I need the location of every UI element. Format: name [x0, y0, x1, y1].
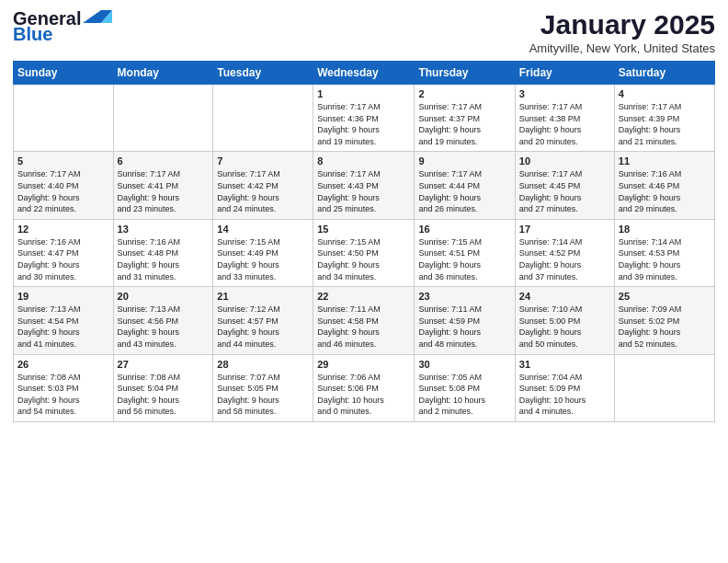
- day-number: 13: [118, 224, 210, 235]
- calendar-day-23: 23Sunrise: 7:11 AMSunset: 4:59 PMDayligh…: [415, 287, 515, 354]
- day-number: 14: [217, 224, 309, 235]
- day-of-week-monday: Monday: [113, 62, 213, 85]
- day-of-week-friday: Friday: [515, 62, 614, 85]
- day-number: 25: [619, 291, 711, 302]
- day-number: 1: [317, 88, 410, 99]
- month-title: January 2025: [529, 9, 715, 40]
- day-number: 15: [317, 224, 410, 235]
- calendar-week-5: 26Sunrise: 7:08 AMSunset: 5:03 PMDayligh…: [14, 354, 715, 421]
- day-number: 18: [619, 224, 711, 235]
- day-number: 17: [519, 224, 610, 235]
- day-number: 20: [118, 291, 210, 302]
- calendar-week-2: 5Sunrise: 7:17 AMSunset: 4:40 PMDaylight…: [14, 152, 715, 219]
- day-info: Sunrise: 7:13 AMSunset: 4:56 PMDaylight:…: [118, 304, 210, 350]
- day-info: Sunrise: 7:10 AMSunset: 5:00 PMDaylight:…: [519, 304, 610, 350]
- calendar-day-4: 4Sunrise: 7:17 AMSunset: 4:39 PMDaylight…: [614, 85, 714, 152]
- day-of-week-tuesday: Tuesday: [213, 62, 313, 85]
- calendar-day-15: 15Sunrise: 7:15 AMSunset: 4:50 PMDayligh…: [313, 219, 415, 286]
- day-of-week-thursday: Thursday: [415, 62, 515, 85]
- calendar-day-1: 1Sunrise: 7:17 AMSunset: 4:36 PMDaylight…: [313, 85, 415, 152]
- calendar: SundayMondayTuesdayWednesdayThursdayFrid…: [13, 61, 715, 422]
- calendar-header-row: SundayMondayTuesdayWednesdayThursdayFrid…: [14, 62, 715, 85]
- calendar-day-10: 10Sunrise: 7:17 AMSunset: 4:45 PMDayligh…: [515, 152, 614, 219]
- calendar-day-7: 7Sunrise: 7:17 AMSunset: 4:42 PMDaylight…: [213, 152, 313, 219]
- day-info: Sunrise: 7:16 AMSunset: 4:47 PMDaylight:…: [17, 236, 109, 282]
- calendar-day-20: 20Sunrise: 7:13 AMSunset: 4:56 PMDayligh…: [113, 287, 213, 354]
- day-info: Sunrise: 7:06 AMSunset: 5:06 PMDaylight:…: [317, 372, 410, 418]
- day-info: Sunrise: 7:13 AMSunset: 4:54 PMDaylight:…: [17, 304, 109, 350]
- day-info: Sunrise: 7:08 AMSunset: 5:03 PMDaylight:…: [17, 372, 109, 418]
- day-of-week-sunday: Sunday: [14, 62, 114, 85]
- calendar-day-19: 19Sunrise: 7:13 AMSunset: 4:54 PMDayligh…: [14, 287, 114, 354]
- logo-blue: Blue: [13, 24, 52, 45]
- calendar-day-24: 24Sunrise: 7:10 AMSunset: 5:00 PMDayligh…: [515, 287, 614, 354]
- day-info: Sunrise: 7:17 AMSunset: 4:45 PMDaylight:…: [519, 168, 610, 214]
- day-info: Sunrise: 7:08 AMSunset: 5:04 PMDaylight:…: [118, 372, 210, 418]
- day-number: 19: [17, 291, 109, 302]
- logo: General Blue: [13, 9, 112, 45]
- day-info: Sunrise: 7:15 AMSunset: 4:49 PMDaylight:…: [217, 236, 309, 282]
- day-number: 29: [317, 359, 410, 370]
- day-of-week-saturday: Saturday: [614, 62, 714, 85]
- day-number: 4: [619, 88, 711, 99]
- day-info: Sunrise: 7:17 AMSunset: 4:44 PMDaylight:…: [418, 168, 510, 214]
- calendar-empty-cell: [113, 85, 213, 152]
- day-info: Sunrise: 7:17 AMSunset: 4:39 PMDaylight:…: [619, 101, 711, 147]
- day-info: Sunrise: 7:11 AMSunset: 4:59 PMDaylight:…: [418, 304, 510, 350]
- day-info: Sunrise: 7:12 AMSunset: 4:57 PMDaylight:…: [217, 304, 309, 350]
- calendar-day-13: 13Sunrise: 7:16 AMSunset: 4:48 PMDayligh…: [113, 219, 213, 286]
- calendar-day-3: 3Sunrise: 7:17 AMSunset: 4:38 PMDaylight…: [515, 85, 614, 152]
- logo-icon: [83, 6, 112, 25]
- calendar-week-1: 1Sunrise: 7:17 AMSunset: 4:36 PMDaylight…: [14, 85, 715, 152]
- calendar-day-31: 31Sunrise: 7:04 AMSunset: 5:09 PMDayligh…: [515, 354, 614, 421]
- day-of-week-wednesday: Wednesday: [313, 62, 415, 85]
- day-number: 30: [418, 359, 510, 370]
- day-info: Sunrise: 7:14 AMSunset: 4:52 PMDaylight:…: [519, 236, 610, 282]
- day-info: Sunrise: 7:17 AMSunset: 4:37 PMDaylight:…: [418, 101, 510, 147]
- calendar-day-8: 8Sunrise: 7:17 AMSunset: 4:43 PMDaylight…: [313, 152, 415, 219]
- day-info: Sunrise: 7:17 AMSunset: 4:40 PMDaylight:…: [17, 168, 109, 214]
- calendar-day-26: 26Sunrise: 7:08 AMSunset: 5:03 PMDayligh…: [14, 354, 114, 421]
- day-info: Sunrise: 7:11 AMSunset: 4:58 PMDaylight:…: [317, 304, 410, 350]
- calendar-empty-cell: [614, 354, 714, 421]
- calendar-day-29: 29Sunrise: 7:06 AMSunset: 5:06 PMDayligh…: [313, 354, 415, 421]
- day-number: 12: [17, 224, 109, 235]
- day-number: 26: [17, 359, 109, 370]
- day-info: Sunrise: 7:17 AMSunset: 4:42 PMDaylight:…: [217, 168, 309, 214]
- calendar-day-6: 6Sunrise: 7:17 AMSunset: 4:41 PMDaylight…: [113, 152, 213, 219]
- calendar-day-2: 2Sunrise: 7:17 AMSunset: 4:37 PMDaylight…: [415, 85, 515, 152]
- calendar-day-17: 17Sunrise: 7:14 AMSunset: 4:52 PMDayligh…: [515, 219, 614, 286]
- day-info: Sunrise: 7:17 AMSunset: 4:38 PMDaylight:…: [519, 101, 610, 147]
- day-number: 3: [519, 88, 610, 99]
- day-info: Sunrise: 7:09 AMSunset: 5:02 PMDaylight:…: [619, 304, 711, 350]
- day-number: 6: [118, 155, 210, 167]
- calendar-day-12: 12Sunrise: 7:16 AMSunset: 4:47 PMDayligh…: [14, 219, 114, 286]
- calendar-day-14: 14Sunrise: 7:15 AMSunset: 4:49 PMDayligh…: [213, 219, 313, 286]
- day-number: 7: [217, 155, 309, 167]
- day-number: 24: [519, 291, 610, 302]
- day-info: Sunrise: 7:17 AMSunset: 4:36 PMDaylight:…: [317, 101, 410, 147]
- day-number: 28: [217, 359, 309, 370]
- day-number: 21: [217, 291, 309, 302]
- day-info: Sunrise: 7:04 AMSunset: 5:09 PMDaylight:…: [519, 372, 610, 418]
- calendar-week-3: 12Sunrise: 7:16 AMSunset: 4:47 PMDayligh…: [14, 219, 715, 286]
- calendar-day-25: 25Sunrise: 7:09 AMSunset: 5:02 PMDayligh…: [614, 287, 714, 354]
- location: Amityville, New York, United States: [529, 41, 715, 55]
- calendar-empty-cell: [14, 85, 114, 152]
- day-number: 31: [519, 359, 610, 370]
- calendar-week-4: 19Sunrise: 7:13 AMSunset: 4:54 PMDayligh…: [14, 287, 715, 354]
- day-info: Sunrise: 7:15 AMSunset: 4:50 PMDaylight:…: [317, 236, 410, 282]
- day-number: 27: [118, 359, 210, 370]
- day-number: 8: [317, 155, 410, 167]
- day-number: 5: [17, 155, 109, 167]
- calendar-day-16: 16Sunrise: 7:15 AMSunset: 4:51 PMDayligh…: [415, 219, 515, 286]
- header: General Blue January 2025 Amityville, Ne…: [13, 9, 715, 55]
- day-info: Sunrise: 7:15 AMSunset: 4:51 PMDaylight:…: [418, 236, 510, 282]
- day-number: 2: [418, 88, 510, 99]
- calendar-day-11: 11Sunrise: 7:16 AMSunset: 4:46 PMDayligh…: [614, 152, 714, 219]
- day-info: Sunrise: 7:14 AMSunset: 4:53 PMDaylight:…: [619, 236, 711, 282]
- calendar-day-5: 5Sunrise: 7:17 AMSunset: 4:40 PMDaylight…: [14, 152, 114, 219]
- calendar-day-21: 21Sunrise: 7:12 AMSunset: 4:57 PMDayligh…: [213, 287, 313, 354]
- calendar-day-27: 27Sunrise: 7:08 AMSunset: 5:04 PMDayligh…: [113, 354, 213, 421]
- day-number: 16: [418, 224, 510, 235]
